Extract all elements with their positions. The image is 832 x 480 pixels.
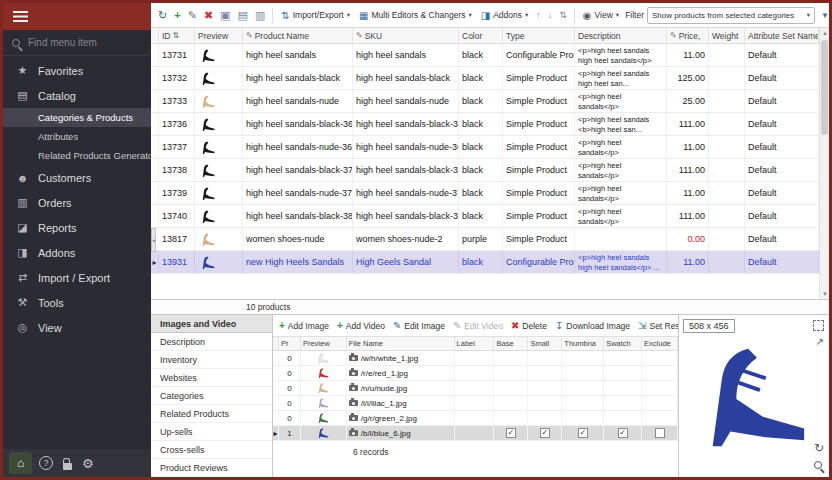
image-row[interactable]: 0/n/u/nude.jpg	[273, 381, 678, 396]
tab-related-products[interactable]: Related Products	[151, 405, 272, 423]
sidebar-item-related-products-generator[interactable]: Related Products Generator	[3, 146, 151, 165]
tab-cross-sells[interactable]: Cross-sells	[151, 441, 272, 459]
refresh-icon[interactable]: ↻	[156, 9, 169, 22]
copy-icon[interactable]: ▣	[218, 9, 232, 22]
tab-categories[interactable]: Categories	[151, 387, 272, 405]
panel-splitter-handle[interactable]: ◂	[151, 228, 156, 252]
set-resize-rule-button[interactable]: ⇲ Set Resize Rule	[638, 320, 678, 331]
column-header-description[interactable]: Description	[575, 28, 667, 43]
add-product-icon[interactable]: +	[172, 9, 182, 21]
delete-product-icon[interactable]: ✖	[202, 9, 215, 22]
download-image-button[interactable]: ↧ Download Image	[555, 320, 630, 331]
help-icon[interactable]: ?	[39, 456, 53, 470]
tab-images-and-video[interactable]: Images and Video	[151, 315, 272, 333]
sidebar-item-categories-products[interactable]: Categories & Products	[3, 108, 151, 127]
filters-menu[interactable]: ▼ Filters ▾	[818, 8, 829, 22]
open-external-icon[interactable]: ↗	[816, 336, 824, 347]
product-row[interactable]: 13817women shoes-nudewomen shoes-nude-2p…	[151, 228, 819, 251]
scroll-up-icon[interactable]: ▲	[820, 28, 829, 38]
tab-up-sells[interactable]: Up-sells	[151, 423, 272, 441]
images-column-header-small[interactable]: Small	[528, 337, 562, 350]
category-filter-select[interactable]: Show products from selected categories ▾	[647, 7, 815, 24]
duplicate-icon[interactable]: ▥	[253, 9, 267, 22]
thumbnail-checkbox[interactable]: ✓	[578, 428, 588, 438]
sort-desc-icon[interactable]: ↓	[546, 10, 555, 20]
small-checkbox[interactable]: ✓	[540, 428, 550, 438]
edit-product-icon[interactable]: ✎	[186, 9, 199, 22]
preview-image[interactable]	[679, 315, 829, 477]
images-column-header-exclude[interactable]: Exclude	[642, 337, 678, 350]
tab-websites[interactable]: Websites	[151, 369, 272, 387]
images-column-header-label[interactable]: Label	[455, 337, 495, 350]
sidebar-item-orders[interactable]: ▥Orders	[3, 190, 151, 215]
product-row[interactable]: 13738high heel sandals-black-37high heel…	[151, 159, 819, 182]
product-row[interactable]: 13733high heel sandals-nudehigh heel san…	[151, 90, 819, 113]
image-row[interactable]: 0/l/i/lilac_1.jpg	[273, 396, 678, 411]
images-column-header-preview[interactable]: Preview	[301, 337, 347, 350]
column-header-sku[interactable]: ✎SKU	[353, 28, 459, 43]
tab-inventory[interactable]: Inventory	[151, 351, 272, 369]
images-column-header-swatch[interactable]: Swatch	[604, 337, 642, 350]
scroll-down-icon[interactable]: ▼	[820, 289, 829, 299]
delete-image-button[interactable]: ✖ Delete	[511, 320, 547, 331]
import-export-menu[interactable]: ⇅ Import/Export ▾	[278, 8, 353, 23]
edit-video-button[interactable]: ✎ Edit Video	[453, 320, 503, 331]
edit-image-button[interactable]: ✎ Edit Image	[393, 320, 445, 331]
swatch-checkbox[interactable]: ✓	[618, 428, 628, 438]
scrollbar-thumb[interactable]	[821, 40, 828, 135]
fullscreen-icon[interactable]	[813, 320, 824, 331]
images-column-header-thumbna[interactable]: Thumbna	[562, 337, 604, 350]
column-header-weight[interactable]: Weight	[709, 28, 745, 43]
add-image-button[interactable]: + Add Image	[279, 320, 329, 331]
base-checkbox[interactable]: ✓	[506, 428, 516, 438]
sidebar-item-catalog[interactable]: ▤Catalog	[3, 83, 151, 108]
images-column-header-pr[interactable]: Pr	[279, 337, 301, 350]
column-header-col[interactable]	[151, 28, 159, 43]
sidebar-item-reports[interactable]: ◪Reports	[3, 215, 151, 240]
sidebar-item-favorites[interactable]: ★Favorites	[3, 58, 151, 83]
column-header-preview[interactable]: Preview	[195, 28, 243, 43]
expand-rows-icon[interactable]: ⇅	[557, 10, 569, 20]
product-row[interactable]: 13740high heel sandals-black-38high heel…	[151, 205, 819, 228]
sort-asc-icon[interactable]: ↑	[534, 10, 543, 20]
image-row[interactable]: 0/w/h/white_1.jpg	[273, 351, 678, 366]
column-header-id[interactable]: ID⇅	[159, 28, 195, 43]
store-icon[interactable]: ⌂	[9, 452, 32, 474]
images-column-header-file-name[interactable]: File Name	[347, 337, 455, 350]
product-row[interactable]: ▸13931new High Heels SandalsHigh Geels S…	[151, 251, 819, 274]
zoom-icon[interactable]	[814, 461, 822, 469]
product-row[interactable]: 13732high heel sandals-blackhigh heel sa…	[151, 67, 819, 90]
sidebar-item-addons[interactable]: ◨Addons	[3, 240, 151, 265]
product-row[interactable]: 13737high heel sandals-nude-36high heel …	[151, 136, 819, 159]
column-header-price[interactable]: ✎Price,	[667, 28, 709, 43]
vertical-scrollbar[interactable]: ▲ ▼	[819, 28, 829, 299]
paste-icon[interactable]: ▤	[236, 9, 250, 22]
sidebar-item-import-export[interactable]: ⇄Import / Export	[3, 265, 151, 290]
column-header-color[interactable]: Color	[459, 28, 503, 43]
gear-icon[interactable]: ⚙	[82, 456, 94, 471]
product-row[interactable]: 13736high heel sandals-black-36high heel…	[151, 113, 819, 136]
sidebar-item-customers[interactable]: ☻Customers	[3, 165, 151, 190]
menu-search-input[interactable]	[26, 36, 131, 49]
sidebar-item-view[interactable]: ◎View	[3, 315, 151, 340]
product-row[interactable]: 13731high heel sandalshigh heel sandalsb…	[151, 44, 819, 67]
add-video-button[interactable]: + Add Video	[337, 320, 385, 331]
image-row[interactable]: ▸1/b/l/blue_6.jpg✓✓✓✓	[273, 426, 678, 441]
column-header-attribute-set-name[interactable]: Attribute Set Name	[745, 28, 819, 43]
column-header-type[interactable]: Type	[503, 28, 575, 43]
lock-icon[interactable]	[63, 463, 72, 470]
multi-editors-menu[interactable]: ▦ Multi Editors & Changers ▾	[356, 8, 475, 23]
sidebar-item-attributes[interactable]: Attributes	[3, 127, 151, 146]
product-row[interactable]: 13739high heel sandals-nude-37high heel …	[151, 182, 819, 205]
view-menu[interactable]: ◉ View ▾	[580, 8, 622, 23]
hamburger-menu-icon[interactable]	[13, 8, 28, 26]
column-header-product-name[interactable]: ✎Product Name	[243, 28, 353, 43]
tab-description[interactable]: Description	[151, 333, 272, 351]
images-column-header-base[interactable]: Base	[494, 337, 528, 350]
sidebar-item-tools[interactable]: ⚒Tools	[3, 290, 151, 315]
image-row[interactable]: 0/g/r/green_2.jpg	[273, 411, 678, 426]
image-row[interactable]: 0/r/e/red_1.jpg	[273, 366, 678, 381]
rotate-refresh-icon[interactable]: ↻	[814, 441, 824, 455]
addons-menu[interactable]: ◨ Addons ▾	[478, 8, 532, 23]
exclude-checkbox[interactable]	[655, 428, 665, 438]
